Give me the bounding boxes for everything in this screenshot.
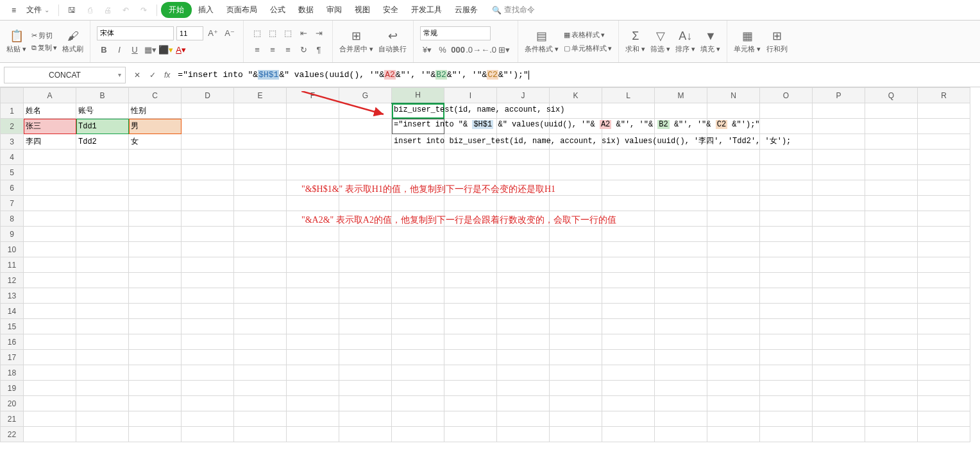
tab-云服务[interactable]: 云服务	[448, 1, 484, 19]
cell-Q17[interactable]	[865, 350, 918, 365]
cell-D2[interactable]	[182, 119, 234, 134]
cell-F4[interactable]	[287, 150, 339, 165]
cell-P22[interactable]	[813, 427, 865, 442]
cell-E6[interactable]	[234, 180, 287, 196]
col-header-M[interactable]: M	[655, 88, 707, 103]
cell-L18[interactable]	[602, 365, 655, 381]
cell-A13[interactable]	[24, 288, 76, 304]
menu-icon[interactable]: ≡	[6, 3, 21, 17]
rowcol-button[interactable]: ⊞行和列	[766, 29, 788, 54]
cell-G12[interactable]	[339, 273, 392, 288]
currency-icon[interactable]: ¥▾	[420, 43, 434, 57]
cell-R14[interactable]	[918, 304, 970, 319]
print-icon[interactable]: 🖨	[101, 3, 115, 17]
cell-K7[interactable]	[550, 196, 602, 211]
filter-button[interactable]: ▽筛选 ▾	[650, 29, 670, 54]
cell-E17[interactable]	[234, 350, 287, 365]
row-header-17[interactable]: 17	[1, 350, 24, 365]
rtl-icon[interactable]: ¶	[312, 43, 326, 57]
cell-C17[interactable]	[129, 350, 182, 365]
cell-F3[interactable]	[287, 134, 339, 150]
cell-N9[interactable]	[707, 227, 760, 242]
col-header-Q[interactable]: Q	[865, 88, 918, 103]
cell-A15[interactable]	[24, 319, 76, 334]
cell-I5[interactable]	[444, 165, 497, 180]
undo-icon[interactable]: ↶	[119, 3, 133, 17]
tab-页面布局[interactable]: 页面布局	[220, 1, 264, 19]
cell-Q4[interactable]	[865, 150, 918, 165]
cell-F19[interactable]	[287, 381, 339, 396]
cell-P12[interactable]	[813, 273, 865, 288]
cell-E5[interactable]	[234, 165, 287, 180]
cell-E1[interactable]	[234, 103, 287, 119]
cell-B12[interactable]	[76, 273, 129, 288]
cell-B6[interactable]	[76, 180, 129, 196]
cell-I7[interactable]	[444, 196, 497, 211]
cell-D21[interactable]	[182, 411, 234, 427]
cell-O6[interactable]	[760, 180, 813, 196]
cancel-formula-icon[interactable]: ✕	[130, 67, 145, 83]
cell-Q6[interactable]	[865, 180, 918, 196]
cell-Q14[interactable]	[865, 304, 918, 319]
cell-B8[interactable]	[76, 211, 129, 227]
cell-O10[interactable]	[760, 242, 813, 257]
cell-N15[interactable]	[707, 319, 760, 334]
font-name-combo[interactable]	[97, 26, 174, 40]
tab-开发工具[interactable]: 开发工具	[405, 1, 448, 19]
cell-P4[interactable]	[813, 150, 865, 165]
col-header-A[interactable]: A	[24, 88, 76, 103]
cell-R4[interactable]	[918, 150, 970, 165]
cell-N4[interactable]	[707, 150, 760, 165]
cell-P19[interactable]	[813, 381, 865, 396]
cell-E12[interactable]	[234, 273, 287, 288]
cell-K9[interactable]	[550, 227, 602, 242]
cell-M9[interactable]	[655, 227, 707, 242]
cell-O18[interactable]	[760, 365, 813, 381]
file-menu[interactable]: 文件 ⌄	[21, 2, 55, 18]
cell-A14[interactable]	[24, 304, 76, 319]
cell-O1[interactable]	[760, 103, 813, 119]
cell-B16[interactable]	[76, 334, 129, 350]
cell-F10[interactable]	[287, 242, 339, 257]
cell-M22[interactable]	[655, 427, 707, 442]
name-box[interactable]: CONCAT	[4, 67, 126, 83]
cell-F13[interactable]	[287, 288, 339, 304]
cell-L17[interactable]	[602, 350, 655, 365]
row-header-4[interactable]: 4	[1, 150, 24, 165]
align-right-icon[interactable]: ≡	[281, 43, 295, 57]
cell-E22[interactable]	[234, 427, 287, 442]
cell-H18[interactable]	[392, 365, 444, 381]
tab-开始[interactable]: 开始	[161, 2, 192, 18]
cell-J12[interactable]	[497, 273, 550, 288]
cell-H3[interactable]: insert into biz_user_test(id, name, acco…	[392, 134, 444, 150]
cell-B15[interactable]	[76, 319, 129, 334]
cell-Q12[interactable]	[865, 273, 918, 288]
cell-L20[interactable]	[602, 396, 655, 411]
cell-D13[interactable]	[182, 288, 234, 304]
cell-D7[interactable]	[182, 196, 234, 211]
cell-G17[interactable]	[339, 350, 392, 365]
sort-button[interactable]: A↓排序 ▾	[675, 30, 695, 54]
cell-H17[interactable]	[392, 350, 444, 365]
cell-O7[interactable]	[760, 196, 813, 211]
cell-N5[interactable]	[707, 165, 760, 180]
cell-C7[interactable]	[129, 196, 182, 211]
cell-R2[interactable]	[918, 119, 970, 134]
cell-H9[interactable]	[392, 227, 444, 242]
cell-D10[interactable]	[182, 242, 234, 257]
percent-icon[interactable]: %	[435, 43, 450, 57]
save-icon[interactable]: 🖫	[65, 3, 79, 17]
cell-A11[interactable]	[24, 257, 76, 273]
cell-L1[interactable]	[602, 103, 655, 119]
col-header-K[interactable]: K	[550, 88, 602, 103]
cell-F22[interactable]	[287, 427, 339, 442]
cell-E18[interactable]	[234, 365, 287, 381]
cell-G13[interactable]	[339, 288, 392, 304]
row-header-5[interactable]: 5	[1, 165, 24, 180]
cell-A12[interactable]	[24, 273, 76, 288]
cell-K22[interactable]	[550, 427, 602, 442]
align-left-icon[interactable]: ≡	[250, 43, 264, 57]
cell-Q16[interactable]	[865, 334, 918, 350]
cell-D11[interactable]	[182, 257, 234, 273]
cell-I22[interactable]	[444, 427, 497, 442]
